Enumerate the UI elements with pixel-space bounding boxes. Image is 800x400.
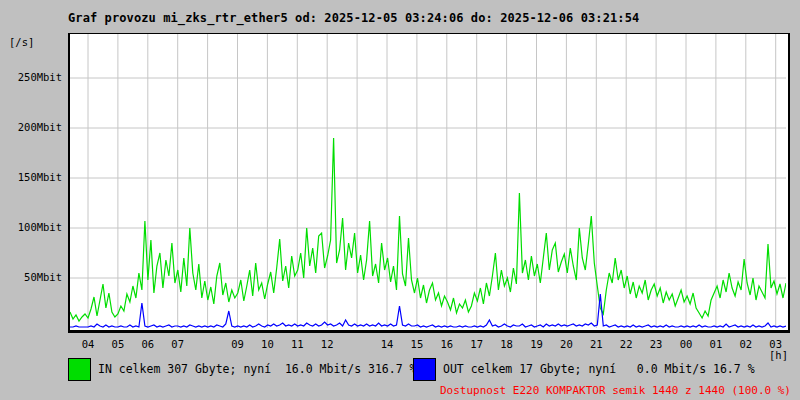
- legend-out-text: OUT celkem 17 Gbyte; nyní 0.0 Mbit/s 16.…: [443, 362, 755, 376]
- mrtg-traffic-page: { "title": "Graf provozu mi_zks_rtr_ethe…: [0, 0, 800, 400]
- x-tick-label-16: 16: [432, 338, 462, 350]
- x-tick-label-12: 12: [312, 338, 342, 350]
- x-tick-label-19: 19: [522, 338, 552, 350]
- x-tick-label-02: 02: [731, 338, 761, 350]
- x-tick-label-01: 01: [701, 338, 731, 350]
- x-tick-label-23: 23: [641, 338, 671, 350]
- x-tick-label-22: 22: [611, 338, 641, 350]
- y-axis-unit-label: [/s]: [9, 36, 34, 48]
- x-tick-label-09: 09: [223, 338, 253, 350]
- x-tick-label-14: 14: [372, 338, 402, 350]
- x-tick-label-21: 21: [581, 338, 611, 350]
- legend-out-swatch: [413, 358, 436, 381]
- x-tick-label-20: 20: [551, 338, 581, 350]
- x-tick-label-04: 04: [73, 338, 103, 350]
- x-tick-label-11: 11: [282, 338, 312, 350]
- traffic-plot-area: [68, 33, 790, 333]
- x-tick-label-06: 06: [133, 338, 163, 350]
- graph-title: Graf provozu mi_zks_rtr_ether5 od: 2025-…: [68, 11, 639, 25]
- x-tick-label-00: 00: [671, 338, 701, 350]
- x-tick-label-10: 10: [252, 338, 282, 350]
- x-tick-label-17: 17: [462, 338, 492, 350]
- x-axis-unit-label: [h]: [769, 349, 788, 361]
- x-tick-label-07: 07: [163, 338, 193, 350]
- x-tick-label-15: 15: [402, 338, 432, 350]
- y-tick-label-250: 250Mbit: [0, 71, 62, 83]
- y-tick-label-200: 200Mbit: [0, 121, 62, 133]
- x-tick-label-18: 18: [492, 338, 522, 350]
- y-tick-label-50: 50Mbit: [0, 271, 62, 283]
- availability-status-text: Dostupnost E220 KOMPAKTOR semik 1440 z 1…: [440, 384, 791, 397]
- legend-in-text: IN celkem 307 Gbyte; nyní 16.0 Mbit/s 31…: [98, 362, 417, 376]
- y-tick-label-100: 100Mbit: [0, 221, 62, 233]
- traffic-chart-svg: [70, 34, 786, 328]
- legend-in-swatch: [68, 358, 91, 381]
- x-tick-label-05: 05: [103, 338, 133, 350]
- y-tick-label-150: 150Mbit: [0, 171, 62, 183]
